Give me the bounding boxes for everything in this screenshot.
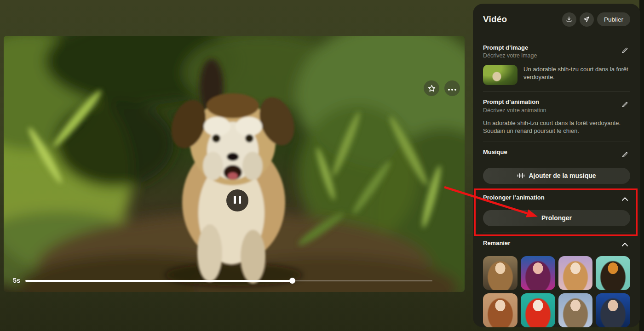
- animation-prompt-text: Un adorable shih-tzu court dans la forêt…: [483, 119, 630, 135]
- remix-style-tile[interactable]: [483, 293, 518, 327]
- ellipsis-icon: [447, 85, 457, 92]
- edit-animation-prompt-button[interactable]: [620, 99, 630, 111]
- extend-title: Prolonger l’animation: [483, 194, 620, 201]
- edit-music-button[interactable]: [620, 149, 630, 161]
- remix-style-tile[interactable]: [558, 293, 593, 327]
- star-icon: [427, 84, 436, 93]
- panel-title: Vidéo: [483, 14, 507, 24]
- progress-knob[interactable]: [289, 278, 295, 284]
- waveform-icon: [517, 172, 525, 179]
- video-details-panel: Vidéo Publier Prompt d’image Décrivez vo…: [473, 4, 640, 327]
- collapse-remix-button[interactable]: [620, 240, 630, 250]
- divider: [483, 233, 630, 233]
- video-player[interactable]: 5s: [4, 36, 465, 292]
- publish-button[interactable]: Publier: [597, 12, 630, 26]
- chevron-up-icon: [621, 197, 628, 201]
- header-actions: Publier: [562, 12, 630, 27]
- send-icon: [583, 16, 590, 23]
- image-prompt-text: Un adorable shih-tzu court dans la forêt…: [523, 65, 630, 81]
- animation-prompt-subtitle: Décrivez votre animation: [483, 107, 620, 114]
- pause-icon: [233, 196, 242, 205]
- share-button[interactable]: [580, 12, 594, 27]
- remix-style-tile[interactable]: [521, 256, 555, 290]
- pause-button[interactable]: [226, 189, 248, 211]
- remix-style-tile[interactable]: [558, 256, 593, 290]
- add-music-label: Ajouter de la musique: [529, 172, 596, 179]
- image-prompt-thumbnail[interactable]: [483, 65, 518, 85]
- download-icon: [565, 16, 573, 23]
- image-prompt-section: Prompt d’image Décrivez votre image: [483, 44, 630, 59]
- more-options-button[interactable]: [444, 80, 460, 96]
- music-section: Musique: [483, 148, 630, 161]
- pencil-icon: [621, 151, 628, 158]
- edit-image-prompt-button[interactable]: [620, 45, 630, 57]
- collapse-extend-button[interactable]: [620, 194, 630, 205]
- download-button[interactable]: [562, 12, 576, 27]
- remix-section: Remanier: [483, 240, 630, 250]
- animation-prompt-section: Prompt d’animation Décrivez votre animat…: [483, 98, 630, 113]
- divider: [483, 142, 630, 142]
- music-title: Musique: [483, 148, 620, 156]
- chevron-up-icon: [621, 242, 628, 247]
- image-prompt-subtitle: Décrivez votre image: [483, 52, 620, 59]
- remix-style-tile[interactable]: [596, 256, 630, 290]
- extend-button[interactable]: Prolonger: [483, 210, 630, 226]
- remix-style-tile[interactable]: [483, 256, 518, 290]
- remix-style-grid: [483, 256, 630, 327]
- pencil-icon: [621, 101, 628, 108]
- image-prompt-title: Prompt d’image: [483, 44, 620, 51]
- remix-style-tile[interactable]: [596, 293, 630, 327]
- extend-button-label: Prolonger: [541, 214, 572, 222]
- video-frame-dog-in-forest: [4, 36, 465, 292]
- remix-style-tile[interactable]: [521, 293, 555, 327]
- remix-title: Remanier: [483, 240, 620, 247]
- progress-fill[interactable]: [25, 280, 292, 282]
- pencil-icon: [621, 47, 628, 54]
- playback-timebar: 5s: [4, 276, 465, 286]
- panel-header: Vidéo Publier: [483, 12, 630, 27]
- image-prompt-preview-row: Un adorable shih-tzu court dans la forêt…: [483, 65, 630, 85]
- divider: [483, 91, 630, 92]
- animation-prompt-title: Prompt d’animation: [483, 98, 620, 106]
- add-music-button[interactable]: Ajouter de la musique: [483, 168, 630, 184]
- duration-label: 5s: [13, 277, 20, 284]
- extend-section: Prolonger l’animation: [483, 194, 630, 205]
- favorite-button[interactable]: [424, 80, 439, 96]
